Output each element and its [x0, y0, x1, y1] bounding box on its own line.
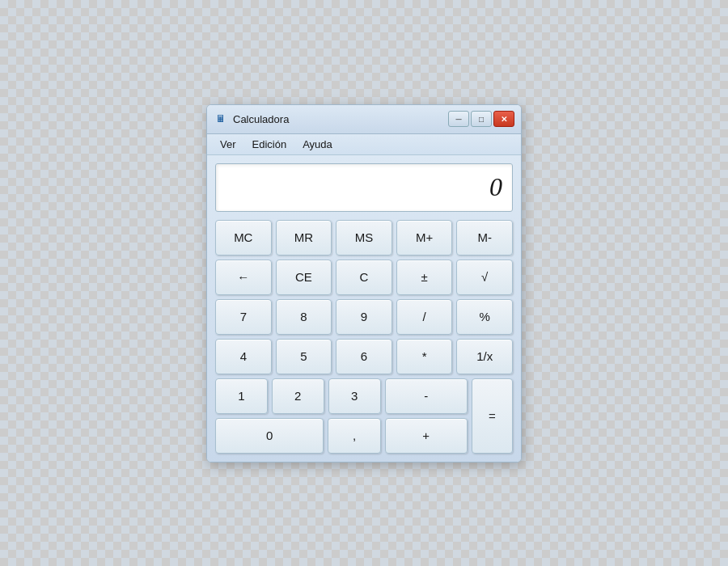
- six-button[interactable]: 6: [336, 339, 392, 374]
- ms-button[interactable]: MS: [336, 220, 392, 256]
- row-123-and-bottom: 1 2 3 0 , - + =: [215, 378, 513, 454]
- decimal-button[interactable]: ,: [328, 418, 380, 454]
- row-123: 1 2 3: [215, 378, 381, 414]
- four-button[interactable]: 4: [215, 339, 272, 374]
- ce-button[interactable]: CE: [276, 260, 332, 295]
- three-button[interactable]: 3: [328, 378, 381, 414]
- divide-button[interactable]: /: [396, 299, 453, 335]
- title-bar: 🖩 Calculadora ─ □ ✕: [207, 105, 521, 134]
- one-button[interactable]: 1: [215, 378, 268, 414]
- row-456: 4 5 6 * 1/x: [215, 339, 513, 374]
- backspace-button[interactable]: ←: [215, 260, 272, 295]
- equals-button[interactable]: =: [472, 378, 513, 454]
- sqrt-button[interactable]: √: [456, 260, 513, 295]
- restore-button[interactable]: □: [471, 111, 492, 127]
- mminus-button[interactable]: M-: [456, 220, 513, 256]
- menu-edicion[interactable]: Edición: [246, 136, 294, 153]
- menu-bar: Ver Edición Ayuda: [207, 134, 521, 155]
- sign-button[interactable]: ±: [396, 260, 453, 295]
- mr-button[interactable]: MR: [276, 220, 332, 256]
- mc-button[interactable]: MC: [215, 220, 272, 256]
- seven-button[interactable]: 7: [215, 299, 272, 335]
- calculator-body: 0 MC MR MS M+ M- ← CE C ± √ 7: [207, 155, 521, 462]
- zero-button[interactable]: 0: [215, 418, 324, 454]
- mplus-button[interactable]: M+: [396, 220, 453, 256]
- multiply-button[interactable]: *: [396, 339, 453, 374]
- row-789: 7 8 9 / %: [215, 299, 513, 335]
- menu-ayuda[interactable]: Ayuda: [296, 136, 339, 153]
- clear-row: ← CE C ± √: [215, 260, 513, 295]
- clear-button[interactable]: C: [336, 260, 392, 295]
- percent-button[interactable]: %: [456, 299, 513, 335]
- eight-button[interactable]: 8: [276, 299, 332, 335]
- display-value: 0: [489, 172, 502, 202]
- menu-ver[interactable]: Ver: [214, 136, 243, 153]
- close-button[interactable]: ✕: [493, 111, 514, 127]
- window-title: Calculadora: [233, 113, 448, 125]
- memory-row: MC MR MS M+ M-: [215, 220, 513, 256]
- reciprocal-button[interactable]: 1/x: [456, 339, 513, 374]
- app-icon: 🖩: [214, 112, 228, 126]
- minimize-button[interactable]: ─: [448, 111, 469, 127]
- row-0-comma: 0 ,: [215, 418, 381, 454]
- subtract-button[interactable]: -: [385, 378, 468, 414]
- two-button[interactable]: 2: [272, 378, 324, 414]
- nine-button[interactable]: 9: [336, 299, 392, 335]
- calculator-window: 🖩 Calculadora ─ □ ✕ Ver Edición Ayuda 0 …: [206, 104, 522, 463]
- five-button[interactable]: 5: [276, 339, 332, 374]
- add-button[interactable]: +: [385, 418, 468, 454]
- display-screen: 0: [215, 163, 513, 212]
- buttons-grid: MC MR MS M+ M- ← CE C ± √ 7 8 9 / %: [215, 220, 513, 454]
- window-controls: ─ □ ✕: [448, 111, 514, 127]
